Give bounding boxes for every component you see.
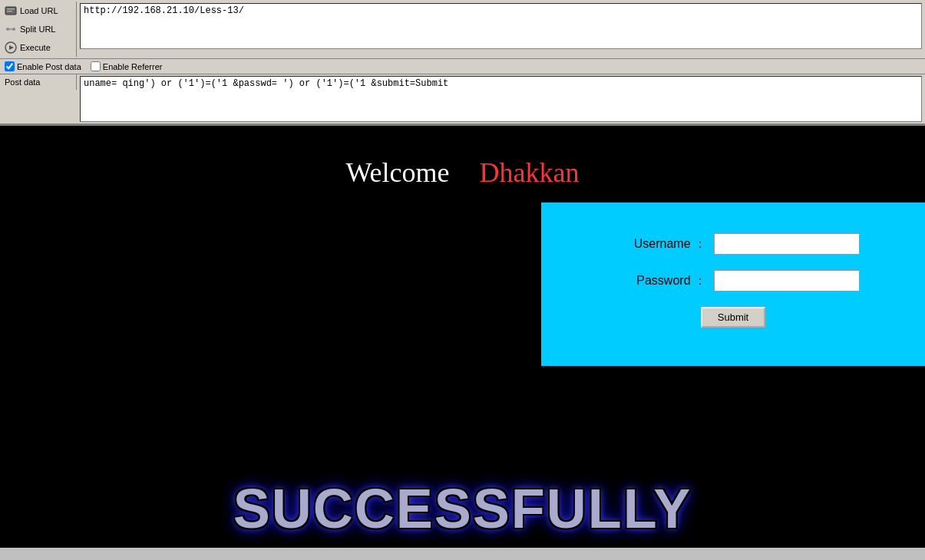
load-url-icon: [5, 5, 17, 17]
execute-button[interactable]: Execute: [0, 38, 76, 57]
password-input[interactable]: [714, 270, 860, 292]
url-input-area: http://192.168.21.10/Less-13/: [77, 2, 925, 54]
load-url-label: Load URL: [20, 6, 58, 15]
svg-point-4: [12, 28, 15, 31]
execute-label: Execute: [20, 43, 51, 52]
enable-post-checkbox[interactable]: [5, 61, 15, 71]
success-text: SUCCESSFULLY: [233, 477, 692, 540]
enable-post-group: Enable Post data: [5, 61, 81, 71]
welcome-banner: Welcome Dhakkan: [0, 156, 925, 189]
username-input[interactable]: [714, 233, 860, 255]
username-row: Username ：: [572, 233, 894, 255]
enable-post-label: Enable Post data: [17, 62, 81, 71]
username-label: Username ：: [606, 236, 706, 252]
post-bar: Enable Post data Enable Referrer: [0, 58, 925, 74]
submit-row: Submit: [572, 307, 894, 328]
welcome-word: Welcome: [345, 157, 449, 188]
enable-referrer-checkbox[interactable]: [91, 61, 101, 71]
split-url-button[interactable]: Split URL: [0, 20, 76, 38]
svg-rect-1: [7, 8, 15, 10]
toolbar: Load URL Split URL: [0, 0, 925, 126]
svg-point-3: [6, 28, 9, 31]
svg-rect-2: [7, 11, 12, 12]
enable-referrer-group: Enable Referrer: [91, 61, 163, 71]
load-url-button[interactable]: Load URL: [0, 2, 76, 20]
main-content: Welcome Dhakkan Username ： Password ： Su…: [0, 126, 925, 548]
post-data-label: Post data: [0, 74, 77, 90]
left-buttons: Load URL Split URL: [0, 2, 77, 57]
url-input[interactable]: http://192.168.21.10/Less-13/: [80, 3, 922, 49]
split-url-label: Split URL: [20, 25, 55, 34]
password-label: Password ：: [606, 273, 706, 289]
dhakkan-word: Dhakkan: [480, 157, 580, 188]
enable-referrer-label: Enable Referrer: [103, 62, 163, 71]
svg-marker-7: [9, 45, 14, 50]
execute-icon: [5, 41, 17, 54]
url-bar: Load URL Split URL: [0, 0, 925, 58]
login-form: Username ： Password ： Submit: [541, 203, 925, 366]
post-data-input[interactable]: uname= qing') or ('1')=('1 &passwd= ') o…: [80, 76, 922, 122]
post-data-section: Post data uname= qing') or ('1')=('1 &pa…: [0, 74, 925, 125]
submit-button[interactable]: Submit: [701, 307, 765, 328]
password-row: Password ：: [572, 270, 894, 292]
split-url-icon: [5, 23, 17, 35]
